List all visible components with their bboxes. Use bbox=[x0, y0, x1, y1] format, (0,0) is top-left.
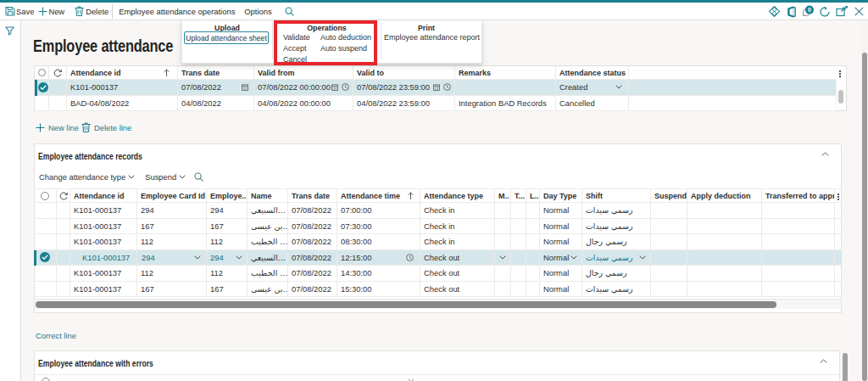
records-section-header[interactable]: Employee attendance records bbox=[35, 144, 841, 167]
cell-shift[interactable]: رسمي سيدات bbox=[582, 203, 651, 219]
cell-suspend[interactable] bbox=[651, 219, 687, 235]
cell-m[interactable] bbox=[495, 219, 511, 235]
cell-trans-date[interactable]: 07/08/2022 bbox=[288, 266, 337, 282]
cell-transferred[interactable] bbox=[762, 203, 835, 219]
row-select-checkbox[interactable] bbox=[34, 282, 57, 298]
column-header-day-type[interactable]: Day Type bbox=[540, 189, 582, 203]
refresh-icon[interactable] bbox=[816, 3, 833, 20]
column-header-employee-id[interactable]: Employe... bbox=[207, 189, 248, 203]
column-header-suspend[interactable]: Suspend... bbox=[651, 189, 687, 203]
correct-line-link[interactable]: Correct line bbox=[36, 331, 76, 340]
column-header-employee-card-id[interactable]: Employee Card Id bbox=[137, 189, 207, 203]
cell-valid-to[interactable]: 07/08/2022 23:59:00 bbox=[353, 80, 455, 96]
cell-valid-to[interactable]: 04/08/2022 23:59:00 bbox=[353, 96, 455, 112]
column-header-transferred[interactable]: Transferred to appro bbox=[762, 189, 835, 203]
select-all-checkbox[interactable] bbox=[35, 66, 49, 80]
column-header-valid-from[interactable]: Valid from bbox=[254, 66, 353, 80]
header-kebab[interactable] bbox=[835, 189, 842, 203]
delete-line-link[interactable]: Delete line bbox=[81, 122, 131, 132]
cell-day-type[interactable]: Normal bbox=[540, 250, 582, 266]
cell-transferred[interactable] bbox=[762, 219, 835, 235]
cell-trans-date[interactable]: 04/08/2022 bbox=[178, 96, 254, 112]
cell-attendance-type[interactable]: Check in bbox=[420, 203, 495, 219]
cell-t[interactable] bbox=[511, 203, 526, 219]
column-header-valid-to[interactable]: Valid to bbox=[353, 66, 455, 80]
cell-attendance-type[interactable]: Check out bbox=[420, 266, 495, 282]
notifications-icon[interactable]: 0 bbox=[799, 3, 816, 20]
command-search-button[interactable] bbox=[285, 3, 294, 20]
row-select-checkbox[interactable] bbox=[34, 234, 57, 250]
cell-apply-deduction[interactable] bbox=[687, 250, 762, 266]
cell-attendance-id[interactable]: K101-000137 bbox=[70, 234, 137, 250]
column-header-attendance-id[interactable]: Attendance id bbox=[67, 66, 178, 80]
cell-apply-deduction[interactable] bbox=[687, 282, 762, 298]
cell-attendance-id[interactable]: K101-000137 bbox=[70, 219, 137, 235]
cell-shift[interactable]: رسمي سيدات bbox=[582, 282, 651, 298]
hscrollbar-thumb[interactable] bbox=[36, 301, 776, 308]
grid-refresh-icon[interactable] bbox=[49, 66, 67, 80]
cell-attendance-id[interactable]: K101-000137 bbox=[70, 250, 137, 266]
column-header-remarks[interactable]: Remarks bbox=[455, 66, 556, 80]
cell-name[interactable]: السبيعي... bbox=[248, 203, 288, 219]
options-menu[interactable]: Options bbox=[244, 3, 271, 20]
cell-l[interactable] bbox=[526, 266, 540, 282]
cell-day-type[interactable]: Normal bbox=[540, 266, 582, 282]
cell-employee-card-id[interactable]: 167 bbox=[137, 282, 207, 298]
vscrollbar-thumb[interactable] bbox=[838, 90, 843, 104]
dynamics-diamond-icon[interactable] bbox=[765, 3, 782, 20]
cell-apply-deduction[interactable] bbox=[687, 234, 762, 250]
cell-attendance-type[interactable]: Check in bbox=[420, 219, 495, 235]
cell-trans-date[interactable]: 07/08/2022 bbox=[288, 250, 337, 266]
cell-trans-date[interactable]: 07/08/2022 bbox=[288, 234, 337, 250]
cell-transferred[interactable] bbox=[762, 234, 835, 250]
column-header-attendance-time[interactable]: Attendance time bbox=[337, 189, 420, 203]
cell-t[interactable] bbox=[511, 266, 526, 282]
cell-remarks[interactable]: Integration BAD Records bbox=[455, 96, 556, 112]
cell-employee-id[interactable]: 294 bbox=[207, 250, 248, 266]
cell-m[interactable] bbox=[495, 282, 511, 298]
errors-section-header[interactable]: Employee attendance with errors bbox=[35, 351, 839, 374]
column-header-apply-deduction[interactable]: Apply deduction bbox=[687, 189, 762, 203]
cell-l[interactable] bbox=[526, 234, 540, 250]
cell-suspend[interactable] bbox=[651, 282, 687, 298]
cell-employee-id[interactable]: 167 bbox=[207, 282, 248, 298]
cell-attendance-time[interactable]: 07:30:00 bbox=[337, 219, 420, 235]
cell-employee-card-id[interactable]: 294 bbox=[137, 203, 207, 219]
column-header-shift[interactable]: Shift bbox=[582, 189, 651, 203]
new-line-link[interactable]: New line bbox=[36, 123, 79, 132]
cell-remarks[interactable] bbox=[455, 80, 556, 96]
cell-attendance-id[interactable]: K101-000137 bbox=[70, 266, 137, 282]
cell-shift[interactable]: رسمي سيدات bbox=[582, 250, 651, 266]
row-select-checkbox[interactable] bbox=[34, 250, 57, 266]
cell-trans-date[interactable]: 07/08/2022 bbox=[288, 282, 337, 298]
new-button[interactable]: New bbox=[38, 3, 64, 20]
cell-m[interactable] bbox=[495, 266, 511, 282]
cell-attendance-id[interactable]: K101-000137 bbox=[70, 282, 137, 298]
cell-attendance-time[interactable]: 15:30:00 bbox=[337, 282, 420, 298]
close-icon[interactable] bbox=[850, 3, 867, 20]
cell-l[interactable] bbox=[526, 219, 540, 235]
column-header-trans-date[interactable]: Trans date bbox=[178, 66, 254, 80]
column-header-attendance-id[interactable]: Attendance id bbox=[70, 189, 137, 203]
cell-suspend[interactable] bbox=[651, 266, 687, 282]
cell-apply-deduction[interactable] bbox=[687, 203, 762, 219]
cell-valid-from[interactable]: 07/08/2022 00:00:00 bbox=[254, 80, 353, 96]
select-all-checkbox[interactable] bbox=[42, 378, 50, 381]
grid-refresh-icon[interactable] bbox=[57, 189, 70, 203]
column-header-name[interactable]: Name bbox=[248, 189, 288, 203]
cell-trans-date[interactable]: 07/08/2022 bbox=[288, 203, 337, 219]
delete-button[interactable]: Delete bbox=[75, 3, 108, 20]
cell-trans-date[interactable]: 07/08/2022 bbox=[178, 80, 254, 96]
cell-name[interactable]: الخطيب ... bbox=[248, 266, 288, 282]
office-icon[interactable] bbox=[782, 3, 799, 20]
cell-valid-from[interactable]: 04/08/2022 00:00:00 bbox=[254, 96, 353, 112]
cell-shift[interactable]: رسمي رجال bbox=[582, 234, 651, 250]
cell-attendance-id[interactable]: BAD-04/08/2022 bbox=[67, 96, 178, 112]
select-all-checkbox[interactable] bbox=[34, 189, 57, 203]
cell-attendance-time[interactable]: 07:00:00 bbox=[337, 203, 420, 219]
cell-name[interactable]: الخطيب ... bbox=[248, 234, 288, 250]
cell-trans-date[interactable]: 07/08/2022 bbox=[288, 219, 337, 235]
cell-m[interactable] bbox=[495, 203, 511, 219]
cell-employee-id[interactable]: 294 bbox=[207, 203, 248, 219]
cell-attendance-time[interactable]: 08:30:00 bbox=[337, 234, 420, 250]
